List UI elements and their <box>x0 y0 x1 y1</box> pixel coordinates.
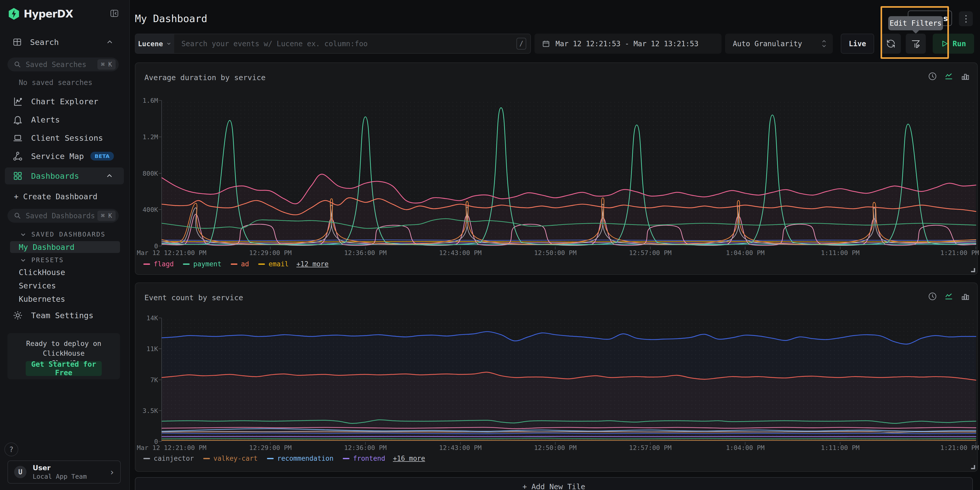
sidebar-item-label: Client Sessions <box>31 133 103 143</box>
dashboard-menu-button[interactable] <box>959 11 973 26</box>
granularity-select[interactable]: Auto Granularity <box>725 34 833 54</box>
create-dashboard-button[interactable]: + Create Dashboard <box>14 192 97 201</box>
shortcut-badge: ⌘ K <box>97 59 116 70</box>
x-axis-tick-label: 1:11:00 PM <box>821 249 860 257</box>
x-axis-tick-label: 1:21:00 PM <box>940 444 979 452</box>
saved-dashboards-input[interactable]: Saved Dashboards ⌘ K <box>8 209 119 223</box>
bar-chart-icon[interactable] <box>961 71 970 81</box>
x-axis-tick-label: 12:36:00 PM <box>344 249 387 257</box>
query-language-select[interactable]: Lucene <box>135 34 174 53</box>
sidebar-collapse-icon[interactable] <box>109 8 119 19</box>
legend-swatch <box>183 263 189 265</box>
run-label: Run <box>953 39 966 48</box>
y-axis-tick-label: 1.2M <box>143 133 158 141</box>
tooltip-label: Edit Filters <box>889 19 942 27</box>
legend-item[interactable]: payment <box>183 260 221 268</box>
event-search-bar[interactable]: Lucene Search your events w/ Lucene ex. … <box>135 34 531 54</box>
chevron-up-icon[interactable] <box>106 38 113 46</box>
tile-resize-handle[interactable] <box>971 268 975 272</box>
granularity-value: Auto Granularity <box>733 40 821 48</box>
saved-dashboards-placeholder: Saved Dashboards <box>26 212 97 220</box>
legend-more-link[interactable]: +12 more <box>296 260 328 268</box>
add-new-tile-button[interactable]: + Add New Tile <box>135 477 973 490</box>
preset-kubernetes[interactable]: Kubernetes <box>19 295 65 304</box>
legend-item[interactable]: ad <box>231 260 249 268</box>
beta-badge: BETA <box>91 152 114 160</box>
user-profile-button[interactable]: U User Local App Team › <box>8 460 121 484</box>
saved-searches-placeholder: Saved Searches <box>26 60 97 69</box>
no-saved-searches-note: No saved searches <box>19 78 92 87</box>
time-range-picker[interactable]: Mar 12 12:21:53 - Mar 12 13:21:53 <box>535 34 722 54</box>
saved-dashboard-my-dashboard[interactable]: My Dashboard <box>10 241 120 253</box>
chevron-down-icon <box>20 232 26 238</box>
sidebar-item-label: Dashboards <box>31 171 79 181</box>
tile-resize-handle[interactable] <box>971 465 975 469</box>
legend-more-link[interactable]: +16 more <box>393 455 425 462</box>
y-axis-tick-mark <box>159 380 161 380</box>
sidebar-item-client-sessions[interactable]: Client Sessions <box>0 132 129 144</box>
sidebar-item-service-map[interactable]: Service Map BETA <box>0 150 129 162</box>
sidebar-item-chart-explorer[interactable]: Chart Explorer <box>0 95 129 107</box>
y-axis-tick-mark <box>159 441 161 442</box>
shortcut-badge: ⌘ K <box>97 211 116 221</box>
filter-edit-icon <box>911 39 921 49</box>
legend-item[interactable]: flagd <box>143 260 174 268</box>
sidebar-item-team-settings[interactable]: Team Settings <box>0 309 129 321</box>
saved-searches-input[interactable]: Saved Searches ⌘ K <box>8 57 119 71</box>
x-axis-tick-label: 12:50:00 PM <box>534 444 577 452</box>
y-axis-tick-mark <box>159 411 161 411</box>
saved-dashboards-section[interactable]: SAVED DASHBOARDS <box>20 231 106 238</box>
chart-svg <box>162 318 976 441</box>
live-label: Live <box>849 40 866 48</box>
line-chart-icon[interactable] <box>944 292 953 301</box>
user-name: User <box>33 464 110 472</box>
legend-item[interactable]: cainjector <box>143 455 194 462</box>
presets-section[interactable]: PRESETS <box>20 256 64 264</box>
legend-label: payment <box>193 260 221 268</box>
x-axis-tick-label: 12:29:00 PM <box>249 249 292 257</box>
legend-item[interactable]: valkey-cart <box>203 455 258 462</box>
page-title: My Dashboard <box>135 13 207 24</box>
chart-plot-area[interactable] <box>162 100 976 246</box>
refresh-button[interactable] <box>881 34 901 54</box>
sidebar-item-dashboards[interactable]: Dashboards <box>5 167 124 184</box>
chart-legend: flagdpaymentademail+12 more <box>143 260 329 268</box>
sidebar-item-search[interactable]: Search <box>0 36 129 48</box>
line-chart-icon[interactable] <box>944 71 953 81</box>
bar-chart-icon[interactable] <box>961 292 970 301</box>
chevron-up-icon[interactable] <box>106 172 113 179</box>
time-settings-icon[interactable] <box>928 292 937 301</box>
y-axis-labels: 14K11K7K3.5K0 <box>135 318 158 441</box>
chevron-right-icon: › <box>110 467 115 477</box>
x-axis-tick-label: 12:57:00 PM <box>629 444 672 452</box>
legend-item[interactable]: frontend <box>343 455 385 462</box>
chart-legend: cainjectorvalkey-cartrecommendationfront… <box>143 455 425 462</box>
help-button[interactable]: ? <box>4 442 18 456</box>
help-icon: ? <box>9 445 14 454</box>
search-input[interactable]: Search your events w/ Lucene ex. column:… <box>181 40 517 48</box>
x-axis-tick-label: 12:57:00 PM <box>629 249 672 257</box>
sidebar-item-alerts[interactable]: Alerts <box>0 114 129 125</box>
run-button[interactable]: Run <box>933 34 974 54</box>
time-settings-icon[interactable] <box>928 71 937 81</box>
legend-item[interactable]: recommendation <box>267 455 334 462</box>
chevron-down-icon <box>166 41 172 46</box>
legend-swatch <box>343 458 350 459</box>
y-axis-tick-mark <box>159 136 161 137</box>
chart-plot-area[interactable] <box>162 318 976 441</box>
chart-title: Average duration by service <box>145 73 266 82</box>
legend-item[interactable]: email <box>258 260 288 268</box>
edit-filters-button[interactable] <box>906 34 926 54</box>
x-axis-tick-label: 1:21:00 PM <box>940 249 979 257</box>
tooltip-caret <box>912 27 919 34</box>
y-axis-tick-label: 11K <box>146 345 158 353</box>
chart-svg <box>162 100 976 246</box>
y-axis-tick-mark <box>159 349 161 349</box>
preset-services[interactable]: Services <box>19 281 56 290</box>
x-axis-tick-label: 12:43:00 PM <box>439 249 482 257</box>
x-axis-tick-label: Mar 12 12:21:00 PM <box>137 444 206 452</box>
sidebar: HyperDX Search Saved Searches ⌘ K No sav… <box>0 0 130 490</box>
live-button[interactable]: Live <box>841 34 874 54</box>
get-started-button[interactable]: Get Started for Free <box>26 361 102 376</box>
preset-clickhouse[interactable]: ClickHouse <box>19 268 65 277</box>
